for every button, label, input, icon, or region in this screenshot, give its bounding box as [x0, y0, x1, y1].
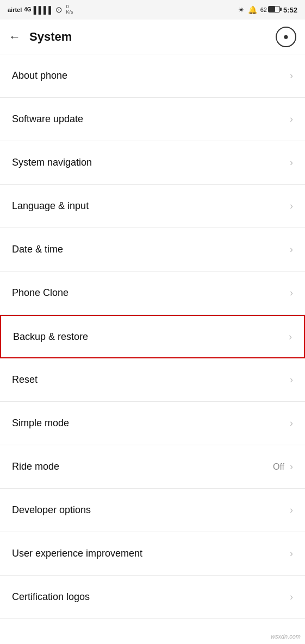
page-title: System — [29, 30, 72, 44]
menu-item-system-navigation[interactable]: System navigation› — [0, 141, 305, 185]
speed-indicator: 0 K/s — [66, 4, 73, 15]
status-bar: airtel 4G ▌▌▌▌ ⊙ 0 K/s ✴ 🔔 62 5:52 — [0, 0, 305, 20]
menu-item-label-ride-mode: Ride mode — [12, 461, 59, 472]
chevron-right-icon: › — [290, 461, 293, 472]
menu-item-right-about-phone: › — [290, 70, 293, 81]
menu-item-label-backup-restore: Backup & restore — [13, 331, 88, 343]
menu-item-phone-clone[interactable]: Phone Clone› — [0, 272, 305, 315]
battery-level-text: 62 — [260, 7, 267, 13]
chevron-right-icon: › — [289, 331, 292, 343]
notifications-muted-icon: 🔔 — [248, 5, 257, 14]
menu-item-label-date-time: Date & time — [12, 244, 63, 255]
menu-item-backup-restore[interactable]: Backup & restore› — [0, 315, 305, 358]
chevron-right-icon: › — [290, 374, 293, 386]
menu-item-ride-mode[interactable]: Ride modeOff› — [0, 445, 305, 489]
chevron-right-icon: › — [290, 548, 293, 559]
menu-item-right-system-navigation: › — [290, 157, 293, 168]
menu-item-right-user-experience: › — [290, 548, 293, 559]
menu-item-user-experience[interactable]: User experience improvement› — [0, 532, 305, 576]
app-bar: ← System ● — [0, 20, 305, 54]
menu-item-right-date-time: › — [290, 244, 293, 255]
menu-item-date-time[interactable]: Date & time› — [0, 228, 305, 272]
chevron-right-icon: › — [290, 244, 293, 255]
menu-item-label-language-input: Language & input — [12, 200, 89, 212]
search-button[interactable]: ● — [276, 27, 296, 47]
menu-item-right-certification-logos: › — [290, 591, 293, 603]
menu-item-right-backup-restore: › — [289, 331, 292, 343]
carrier-label: airtel — [8, 7, 22, 13]
status-left: airtel 4G ▌▌▌▌ ⊙ 0 K/s — [8, 4, 73, 15]
menu-item-right-developer-options: › — [290, 504, 293, 516]
menu-item-language-input[interactable]: Language & input› — [0, 185, 305, 228]
signal-bars-icon: ▌▌▌▌ — [34, 6, 54, 14]
chevron-right-icon: › — [290, 113, 293, 125]
watermark: wsxdn.com — [271, 633, 301, 640]
search-icon: ● — [283, 31, 289, 42]
menu-item-right-software-update: › — [290, 113, 293, 125]
menu-item-label-user-experience: User experience improvement — [12, 548, 142, 559]
menu-item-label-software-update: Software update — [12, 113, 83, 125]
chevron-right-icon: › — [290, 504, 293, 516]
menu-item-developer-options[interactable]: Developer options› — [0, 489, 305, 532]
menu-item-right-language-input: › — [290, 200, 293, 212]
wifi-icon: ⊙ — [55, 5, 63, 15]
menu-item-label-simple-mode: Simple mode — [12, 418, 69, 429]
menu-item-right-reset: › — [290, 374, 293, 386]
status-right: ✴ 🔔 62 5:52 — [238, 5, 297, 14]
menu-item-about-phone[interactable]: About phone› — [0, 54, 305, 98]
menu-item-certification-logos[interactable]: Certification logos› — [0, 576, 305, 619]
back-button[interactable]: ← — [9, 30, 21, 44]
chevron-right-icon: › — [290, 287, 293, 299]
menu-item-simple-mode[interactable]: Simple mode› — [0, 402, 305, 445]
chevron-right-icon: › — [290, 200, 293, 212]
app-bar-left: ← System — [9, 30, 72, 44]
chevron-right-icon: › — [290, 591, 293, 603]
bluetooth-icon: ✴ — [238, 5, 245, 14]
battery-indicator: 62 — [260, 6, 280, 14]
chevron-right-icon: › — [290, 157, 293, 168]
settings-menu-list: About phone›Software update›System navig… — [0, 54, 305, 619]
menu-item-label-reset: Reset — [12, 374, 38, 386]
menu-item-label-about-phone: About phone — [12, 70, 67, 81]
menu-item-value-ride-mode: Off — [273, 462, 284, 472]
menu-item-software-update[interactable]: Software update› — [0, 98, 305, 141]
network-type: 4G — [24, 7, 31, 12]
menu-item-right-simple-mode: › — [290, 418, 293, 429]
menu-item-right-ride-mode: Off› — [273, 461, 293, 472]
time-display: 5:52 — [283, 6, 297, 14]
chevron-right-icon: › — [290, 418, 293, 429]
menu-item-label-developer-options: Developer options — [12, 504, 91, 516]
battery-icon-box — [268, 6, 280, 14]
menu-item-label-phone-clone: Phone Clone — [12, 287, 69, 299]
menu-item-label-certification-logos: Certification logos — [12, 591, 90, 603]
menu-item-right-phone-clone: › — [290, 287, 293, 299]
menu-item-reset[interactable]: Reset› — [0, 358, 305, 402]
chevron-right-icon: › — [290, 70, 293, 81]
menu-item-label-system-navigation: System navigation — [12, 157, 92, 168]
